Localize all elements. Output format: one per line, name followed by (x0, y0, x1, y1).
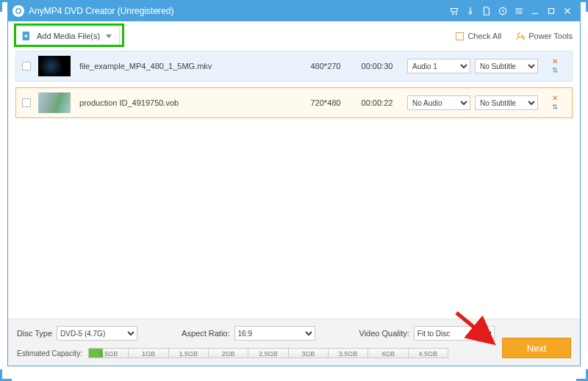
file-duration: 00:00:22 (351, 98, 403, 107)
reorder-icon[interactable]: ⇅ (552, 67, 558, 74)
file-name: file_example_MP4_480_1_5MG.mkv (79, 62, 300, 70)
row-checkbox[interactable] (22, 98, 31, 107)
thumbnail (38, 92, 71, 113)
subtitle-select[interactable]: No Subtitle (475, 95, 538, 110)
cart-icon[interactable] (446, 3, 462, 19)
file-icon[interactable] (478, 3, 495, 19)
video-quality-label: Video Quality: (359, 329, 409, 338)
disc-type-select[interactable]: DVD-5 (4.7G) (57, 326, 137, 341)
app-window: O AnyMP4 DVD Creator (Unregistered) Add … (7, 0, 581, 366)
file-row[interactable]: production ID_4919750.vob 720*480 00:00:… (15, 87, 573, 118)
tools-icon (514, 31, 525, 41)
file-duration: 00:00:30 (351, 62, 403, 70)
add-file-icon (21, 30, 32, 42)
bottom-bar: Disc Type DVD-5 (4.7G) Aspect Ratio: 16:… (8, 319, 580, 366)
next-button[interactable]: Next (502, 338, 571, 358)
maximize-icon[interactable] (543, 3, 559, 19)
thumbnail (38, 56, 71, 76)
add-media-files-label: Add Media File(s) (37, 32, 100, 40)
checkbox-icon (456, 32, 464, 40)
titlebar: O AnyMP4 DVD Creator (Unregistered) (8, 1, 580, 21)
temperature-icon[interactable] (462, 3, 478, 19)
power-tools-label: Power Tools (528, 32, 573, 40)
next-button-label: Next (527, 343, 547, 354)
file-resolution: 480*270 (300, 62, 351, 70)
file-row[interactable]: file_example_MP4_480_1_5MG.mkv 480*270 0… (15, 51, 573, 81)
history-icon[interactable] (495, 3, 511, 19)
toolbar: Add Media File(s) Check All Power Tools (8, 21, 580, 51)
video-quality-select[interactable]: Fit to Disc (414, 326, 495, 341)
caret-down-icon (106, 35, 112, 38)
audio-select[interactable]: No Audio (407, 95, 470, 110)
svg-rect-1 (549, 9, 554, 14)
check-all-label: Check All (467, 32, 501, 40)
file-resolution: 720*480 (300, 98, 351, 107)
capacity-bar: 0.5GB1GB1.5GB2GB2.5GB3GB3.5GB4GB4.5GB (88, 348, 448, 358)
reorder-icon[interactable]: ⇅ (552, 104, 558, 111)
power-tools-button[interactable]: Power Tools (514, 31, 573, 41)
minimize-icon[interactable] (527, 3, 543, 19)
row-checkbox[interactable] (22, 62, 31, 70)
check-all-toggle[interactable]: Check All (456, 32, 501, 40)
window-title: AnyMP4 DVD Creator (Unregistered) (29, 6, 173, 16)
estimated-capacity-label: Estimated Capacity: (17, 349, 82, 358)
app-logo-icon: O (12, 5, 24, 17)
audio-select[interactable]: Audio 1 (407, 59, 470, 73)
aspect-ratio-select[interactable]: 16:9 (234, 326, 315, 341)
file-name: production ID_4919750.vob (79, 98, 300, 107)
close-icon[interactable] (559, 3, 576, 19)
remove-icon[interactable]: ✕ (552, 95, 558, 102)
subtitle-select[interactable]: No Subtitle (475, 59, 538, 73)
aspect-ratio-label: Aspect Ratio: (182, 329, 229, 338)
remove-icon[interactable]: ✕ (552, 58, 558, 65)
file-list: file_example_MP4_480_1_5MG.mkv 480*270 0… (8, 51, 580, 118)
disc-type-label: Disc Type (17, 329, 52, 338)
menu-icon[interactable] (511, 3, 527, 19)
add-media-files-button[interactable]: Add Media File(s) (15, 26, 120, 46)
capacity-ticks: 0.5GB1GB1.5GB2GB2.5GB3GB3.5GB4GB4.5GB (89, 349, 448, 358)
